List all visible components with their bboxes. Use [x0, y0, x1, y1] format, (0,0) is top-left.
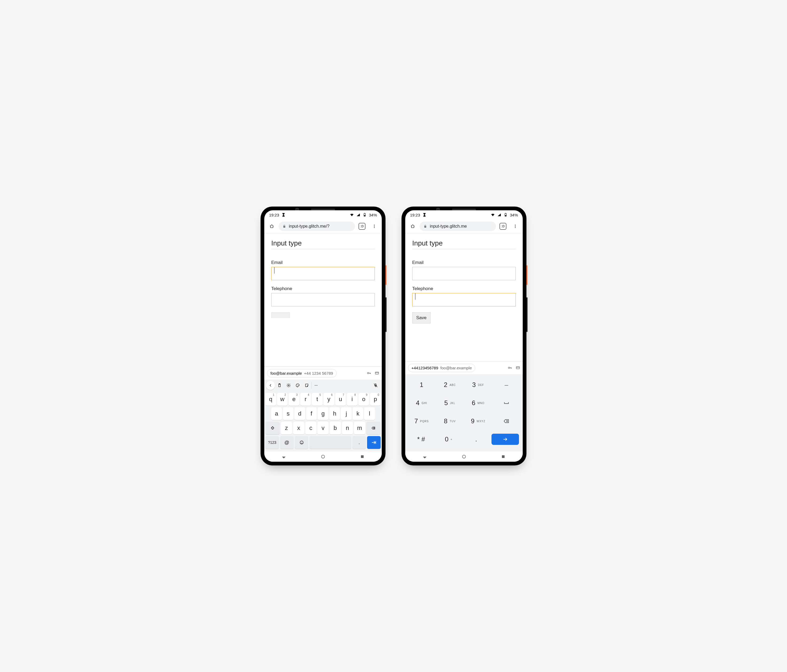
autofill-suggestion[interactable]: foo@bar.example +44 1234 56789	[267, 369, 337, 377]
telephone-field[interactable]	[412, 293, 516, 306]
space-key[interactable]	[310, 436, 351, 449]
key-g[interactable]: g	[318, 407, 329, 420]
status-battery: 34%	[369, 213, 377, 217]
key-u[interactable]: u7	[335, 393, 346, 405]
key-k[interactable]: k	[352, 407, 363, 420]
omnibox[interactable]: input-type.glitch.me	[420, 221, 496, 231]
dial-key-symsymsym[interactable]: * #	[408, 432, 435, 446]
dial-key-0[interactable]: 0+	[435, 432, 462, 446]
enter-key[interactable]	[367, 436, 381, 449]
key-s[interactable]: s	[283, 407, 294, 420]
dial-key-1[interactable]: 1	[408, 378, 436, 392]
key-icon[interactable]	[508, 366, 512, 370]
dial-key-3[interactable]: 3DEF	[464, 378, 492, 392]
symbols-key[interactable]: ?123	[265, 436, 279, 449]
dial-key-2[interactable]: 2ABC	[436, 378, 464, 392]
autofill-email: foo@bar.example	[270, 371, 302, 375]
period-key[interactable]: .	[352, 436, 366, 449]
shift-key[interactable]	[265, 422, 280, 434]
key-f[interactable]: f	[306, 407, 317, 420]
system-nav	[264, 451, 382, 462]
omnibox-url: input-type.glitch.me	[430, 224, 467, 229]
nav-home-icon[interactable]	[320, 454, 326, 459]
save-button[interactable]: Save	[412, 312, 431, 323]
key-l[interactable]: l	[364, 407, 375, 420]
key-c[interactable]: c	[305, 422, 317, 434]
dial-key-5[interactable]: 5JKL	[436, 396, 464, 410]
dial-key-9[interactable]: 9WXYZ	[464, 414, 492, 428]
kb-more-button[interactable]	[311, 381, 321, 390]
nav-recent-icon[interactable]	[360, 454, 365, 459]
key-a[interactable]: a	[271, 407, 282, 420]
key-n[interactable]: n	[342, 422, 353, 434]
key-m[interactable]: m	[354, 422, 365, 434]
card-icon[interactable]	[375, 371, 379, 375]
key-z[interactable]: z	[281, 422, 292, 434]
tab-switcher-button[interactable]: :D	[357, 221, 367, 232]
text-caret	[274, 267, 275, 274]
key-r[interactable]: r4	[300, 393, 311, 405]
arrow-right-bar-icon	[371, 440, 377, 445]
menu-button[interactable]	[510, 221, 521, 232]
page-content: Input type Email Telephone Save	[405, 233, 523, 361]
kb-theme-button[interactable]	[293, 381, 302, 390]
dial-key-7[interactable]: 7PQRS	[408, 414, 436, 428]
tab-switcher-button[interactable]: :D	[498, 221, 508, 232]
emoji-key[interactable]	[295, 436, 308, 449]
menu-button[interactable]	[369, 221, 379, 232]
home-button[interactable]	[408, 221, 418, 232]
key-o[interactable]: o9	[359, 393, 369, 405]
svg-point-31	[508, 367, 510, 368]
svg-rect-23	[361, 455, 363, 458]
phone-left: 19:23 34% input-type.glitch.me/? :D	[261, 207, 386, 465]
key-icon[interactable]	[367, 371, 371, 375]
key-e[interactable]: e3	[289, 393, 299, 405]
save-button-partial[interactable]	[271, 312, 290, 318]
omnibox[interactable]: input-type.glitch.me/?	[279, 221, 355, 231]
key-x[interactable]: x	[293, 422, 304, 434]
key-y[interactable]: y6	[324, 393, 334, 405]
dial-backspace-key[interactable]	[492, 414, 521, 428]
backspace-key[interactable]	[366, 422, 381, 434]
tab-badge: :D	[499, 223, 506, 230]
at-key[interactable]: @	[280, 436, 294, 449]
key-h[interactable]: h	[329, 407, 340, 420]
key-b[interactable]: b	[330, 422, 341, 434]
telephone-field[interactable]	[271, 293, 375, 306]
kb-mic-button[interactable]	[371, 381, 380, 390]
nav-back-icon[interactable]	[281, 454, 286, 459]
kb-clipboard-button[interactable]	[275, 381, 284, 390]
dial-enter-key[interactable]	[491, 434, 519, 445]
key-v[interactable]: v	[318, 422, 329, 434]
svg-point-33	[462, 455, 466, 458]
nav-back-icon[interactable]	[422, 454, 427, 459]
dial-dash-key[interactable]: –	[492, 378, 521, 392]
emoji-icon	[300, 440, 304, 445]
palette-icon	[296, 383, 300, 388]
nav-recent-icon[interactable]	[501, 454, 506, 459]
email-field[interactable]	[412, 267, 516, 280]
home-button[interactable]	[266, 221, 277, 232]
key-p[interactable]: p0	[370, 393, 381, 405]
key-i[interactable]: i8	[347, 393, 357, 405]
key-d[interactable]: d	[294, 407, 305, 420]
key-w[interactable]: w2	[277, 393, 288, 405]
key-q[interactable]: q1	[265, 393, 276, 405]
key-j[interactable]: j	[341, 407, 352, 420]
nav-home-icon[interactable]	[461, 454, 467, 459]
dialpad: 12ABC3DEF–4GHI5JKL6MNO7PQRS8TUV9WXYZ* #0…	[405, 374, 523, 451]
dial-space-key[interactable]	[492, 396, 521, 410]
key-t[interactable]: t5	[312, 393, 322, 405]
autofill-suggestion[interactable]: +44123456789 foo@bar.example	[408, 364, 475, 372]
dial-key-8[interactable]: 8TUV	[436, 414, 464, 428]
svg-point-20	[301, 442, 301, 442]
kb-back-button[interactable]	[266, 381, 275, 390]
kb-settings-button[interactable]	[284, 381, 293, 390]
dial-key-6[interactable]: 6MNO	[464, 396, 492, 410]
dial-key-sym[interactable]: .	[462, 432, 490, 446]
status-time: 19:23	[410, 213, 420, 217]
email-field[interactable]	[271, 267, 375, 280]
card-icon[interactable]	[516, 366, 520, 370]
dial-key-4[interactable]: 4GHI	[408, 396, 436, 410]
kb-sticker-button[interactable]	[302, 381, 311, 390]
